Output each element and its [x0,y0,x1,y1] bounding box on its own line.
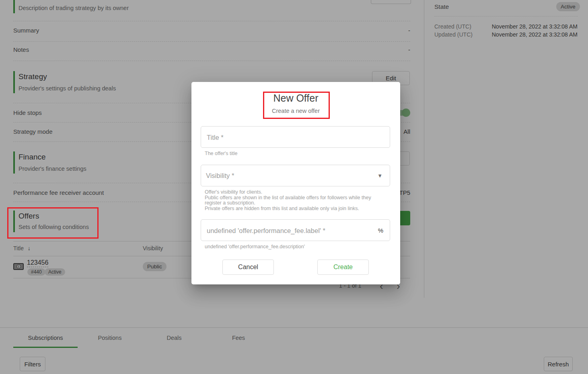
title-helper: The offer's title [205,151,237,157]
cancel-button[interactable]: Cancel [222,260,274,275]
performance-fee-helper: undefined 'offer.performance_fee.descrip… [205,244,305,250]
performance-fee-field[interactable]: % [201,219,390,241]
title-input[interactable] [206,127,368,148]
visibility-helper: Offer's visibility for clients. Public o… [205,190,375,211]
annotation-box-new-offer [263,92,330,119]
provider-detail-page: Description of trading strategy by its o… [0,0,588,374]
annotation-box-offers [7,207,99,239]
performance-fee-input[interactable] [206,220,368,241]
create-button[interactable]: Create [317,260,369,275]
visibility-select[interactable]: Visibility * ▼ [201,165,390,186]
chevron-down-icon: ▼ [377,165,382,186]
title-field[interactable] [201,126,390,148]
visibility-select-label: Visibility * [206,165,234,186]
percent-suffix: % [378,220,383,241]
